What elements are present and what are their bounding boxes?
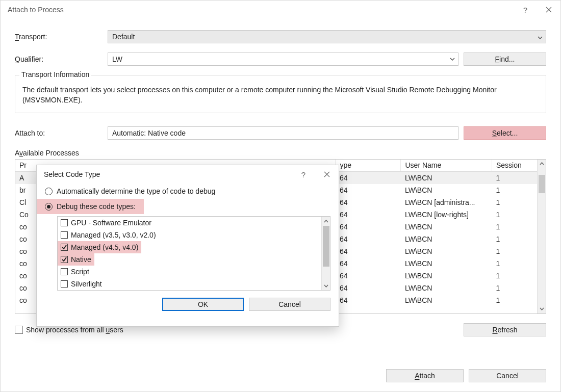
find-button[interactable]: Find... <box>464 53 546 66</box>
code-type-item[interactable]: Silverlight <box>58 278 330 290</box>
inner-footer: OK Cancel <box>37 295 339 317</box>
code-type-item[interactable]: Managed (v3.5, v3.0, v2.0) <box>58 229 330 241</box>
radio-auto[interactable]: Automatically determine the type of code… <box>37 184 339 199</box>
checkbox-icon[interactable] <box>61 268 68 275</box>
checkbox-icon[interactable] <box>61 244 68 251</box>
radio-types-label: Debug these code types: <box>57 202 136 211</box>
transport-dropdown[interactable]: Default <box>108 30 546 43</box>
code-type-label: Native <box>71 255 91 264</box>
attach-to-label: Attach to: <box>15 129 108 137</box>
code-type-item[interactable]: Managed (v4.5, v4.0) <box>58 241 141 253</box>
main-title: Attach to Process <box>8 6 64 14</box>
code-type-label: GPU - Software Emulator <box>71 219 151 227</box>
qualifier-combo[interactable]: LW <box>108 53 458 66</box>
transport-info-group: Transport Information The default transp… <box>15 75 546 113</box>
checkbox-icon[interactable] <box>61 231 68 239</box>
chevron-down-icon <box>447 53 458 65</box>
group-title: Transport Information <box>19 70 91 79</box>
transport-value: Default <box>112 33 135 41</box>
col-type[interactable]: ype <box>336 160 401 172</box>
inner-title: Select Code Type <box>44 170 100 178</box>
process-scrollbar[interactable] <box>537 160 546 313</box>
help-icon[interactable]: ? <box>292 165 315 184</box>
attach-to-value: Automatic: Native code <box>112 129 186 137</box>
code-type-list[interactable]: GPU - Software EmulatorManaged (v3.5, v3… <box>57 216 330 291</box>
code-type-label: Silverlight <box>71 280 102 288</box>
transport-info-text: The default transport lets you select pr… <box>22 85 539 106</box>
inner-cancel-button[interactable]: Cancel <box>249 298 330 311</box>
ok-button[interactable]: OK <box>162 298 244 311</box>
attach-to-row: Attach to: Automatic: Native code Select… <box>15 126 546 140</box>
col-user[interactable]: User Name <box>401 160 492 172</box>
code-type-label: Managed (v4.5, v4.0) <box>71 243 138 251</box>
refresh-button[interactable]: Refresh <box>464 323 546 336</box>
attach-button[interactable]: Attach <box>386 369 464 382</box>
transport-label: Transport: <box>15 33 108 41</box>
code-type-item[interactable]: Native <box>58 253 94 266</box>
cancel-button[interactable]: Cancel <box>469 369 546 382</box>
select-button[interactable]: Select... <box>464 126 546 140</box>
code-list-scrollbar[interactable] <box>321 217 330 290</box>
radio-auto-label: Automatically determine the type of code… <box>57 187 215 195</box>
checkbox-icon[interactable] <box>61 219 68 226</box>
code-type-item[interactable]: GPU - Software Emulator <box>58 217 330 229</box>
inner-titlebar: Select Code Type ? <box>37 165 339 184</box>
code-type-label: Script <box>71 268 89 276</box>
chevron-down-icon <box>538 33 543 41</box>
main-titlebar: Attach to Process ? <box>1 1 560 19</box>
transport-row: Transport: Default <box>15 30 546 43</box>
qualifier-label: Qualifier: <box>15 55 108 63</box>
attach-dialog: Attach to Process ? Transport: Default Q… <box>0 0 561 392</box>
available-processes-label: Available Processes <box>15 149 546 157</box>
close-icon[interactable] <box>537 1 560 19</box>
close-icon[interactable] <box>315 165 339 184</box>
code-type-item[interactable]: Script <box>58 266 330 278</box>
main-footer: Attach Cancel <box>1 362 560 391</box>
select-code-type-dialog: Select Code Type ? Automatically determi… <box>36 165 339 327</box>
code-type-label: Managed (v3.5, v3.0, v2.0) <box>71 231 156 239</box>
attach-to-value-box: Automatic: Native code <box>108 126 458 140</box>
checkbox-icon[interactable] <box>61 280 68 288</box>
qualifier-row: Qualifier: LW Find... <box>15 53 546 66</box>
help-icon[interactable]: ? <box>514 1 537 19</box>
radio-debug-types[interactable]: Debug these code types: <box>37 199 144 214</box>
qualifier-value: LW <box>112 55 122 63</box>
checkbox-icon[interactable] <box>61 256 68 263</box>
